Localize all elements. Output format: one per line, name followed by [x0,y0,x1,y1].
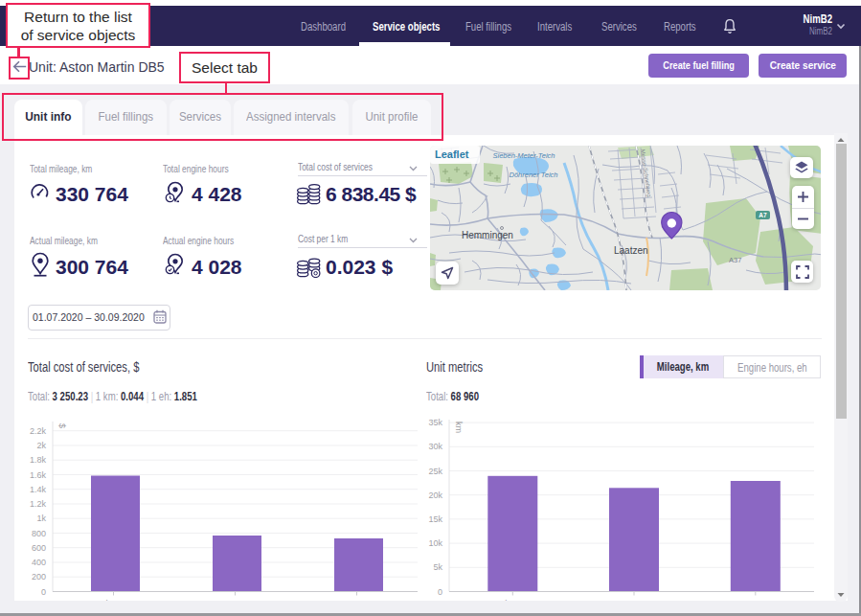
svg-text:Leaflet: Leaflet [435,148,469,160]
svg-text:A37: A37 [729,256,741,264]
svg-text:400: 400 [32,558,46,567]
svg-text:Aug 2020: Aug 2020 [215,598,255,601]
svg-text:A7: A7 [759,212,767,218]
svg-text:2.2k: 2.2k [30,426,47,436]
svg-text:Sieben-Meter-Teich: Sieben-Meter-Teich [492,151,555,160]
svg-text:2k: 2k [36,441,46,450]
svg-text:10k: 10k [428,538,442,548]
svg-text:1.2k: 1.2k [30,499,47,509]
svg-text:1k: 1k [36,513,46,523]
svg-text:1.8k: 1.8k [30,455,47,465]
svg-text:25k: 25k [428,467,442,476]
svg-text:$: $ [57,423,67,428]
svg-text:Jul 2020: Jul 2020 [495,598,530,601]
svg-text:800: 800 [32,529,46,538]
svg-text:20k: 20k [428,491,442,500]
svg-text:Aug 2020: Aug 2020 [615,598,654,601]
svg-text:0: 0 [41,587,46,597]
svg-text:35k: 35k [428,418,442,427]
svg-text:200: 200 [32,572,46,582]
svg-text:600: 600 [32,543,46,553]
svg-text:Jul 2020: Jul 2020 [97,598,131,601]
svg-text:Sep 2020: Sep 2020 [736,598,775,601]
svg-text:15k: 15k [428,514,442,524]
svg-text:1.6k: 1.6k [30,470,47,480]
svg-text:Hemmingen: Hemmingen [462,230,513,240]
svg-text:Laatzen: Laatzen [614,245,648,256]
svg-text:Döhrener Teich: Döhrener Teich [509,171,557,179]
svg-text:km: km [454,422,464,433]
svg-text:1.4k: 1.4k [30,485,47,494]
svg-text:0: 0 [438,587,442,597]
svg-text:Sep 2020: Sep 2020 [337,598,376,601]
svg-text:30k: 30k [428,442,442,451]
svg-text:5k: 5k [433,562,442,572]
